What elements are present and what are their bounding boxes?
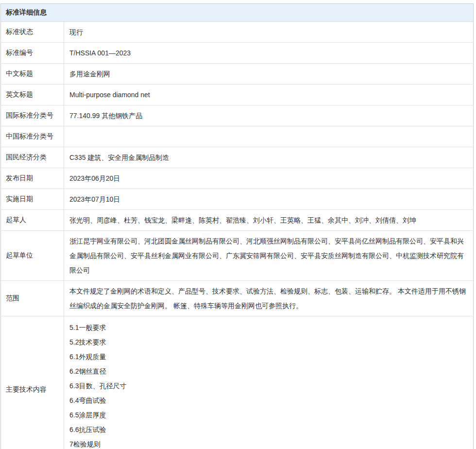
tech-content-line: 6.5涂层厚度: [69, 408, 466, 422]
table-row-publish-date: 发布日期 2023年06月20日: [1, 168, 473, 189]
table-row-main-technical-content: 主要技术内容 5.1一般要求 5.2技术要求 6.1外观质量 6.2钢丝直径 6…: [1, 316, 473, 449]
row-label: 范围: [1, 281, 64, 316]
row-value: T/HSSIA 001—2023: [64, 43, 473, 63]
tech-content-line: 5.1一般要求: [69, 320, 466, 335]
table-row-ccs-number: 中国标准分类号: [1, 126, 473, 147]
row-value: 本文件规定了金刚网的术语和定义、产品型号、技术要求、试验方法、检验规则、标志、包…: [64, 281, 473, 316]
tech-content-line: 6.6抗压试验: [69, 422, 466, 437]
row-label: 标准编号: [1, 43, 64, 63]
tech-content-line: 6.2钢丝直径: [69, 364, 466, 379]
row-label: 中国标准分类号: [1, 126, 64, 147]
row-value: 现行: [64, 22, 473, 42]
table-header: 标准详细信息: [1, 4, 473, 22]
row-label: 国民经济分类: [1, 147, 64, 168]
table-row-ics-number: 国际标准分类号 77.140.99 其他钢铁产品: [1, 105, 473, 126]
table-row-standard-number: 标准编号 T/HSSIA 001—2023: [1, 43, 473, 64]
row-label: 起草人: [1, 210, 64, 230]
row-label: 实施日期: [1, 189, 64, 209]
tech-content-line: 6.3目数、孔径尺寸: [69, 379, 466, 393]
row-value: 浙江昆宇网业有限公司、河北团圆金属丝网制品有限公司、河北顺强丝网制品有限公司、安…: [64, 231, 473, 280]
row-value: C335 建筑、安全用金属制品制造: [64, 147, 473, 168]
table-row-standard-status: 标准状态 现行: [1, 22, 473, 43]
row-label: 发布日期: [1, 168, 64, 189]
tech-content-line: 7检验规则: [69, 437, 466, 449]
page-title: 标准详细信息: [6, 8, 47, 17]
row-value: [64, 126, 473, 147]
table-row-economy-class: 国民经济分类 C335 建筑、安全用金属制品制造: [1, 147, 473, 168]
row-value: Multi-purpose diamond net: [64, 85, 473, 105]
row-value: 5.1一般要求 5.2技术要求 6.1外观质量 6.2钢丝直径 6.3目数、孔径…: [64, 316, 473, 449]
tech-content-line: 6.4弯曲试验: [69, 393, 466, 408]
table-row-drafting-units: 起草单位 浙江昆宇网业有限公司、河北团圆金属丝网制品有限公司、河北顺强丝网制品有…: [1, 231, 473, 281]
tech-content-line: 6.1外观质量: [69, 349, 466, 364]
standard-detail-table: 标准详细信息 标准状态 现行 标准编号 T/HSSIA 001—2023 中文标…: [0, 3, 474, 449]
row-value: 2023年06月20日: [64, 168, 473, 189]
row-label: 国际标准分类号: [1, 105, 64, 126]
table-row-implement-date: 实施日期 2023年07月10日: [1, 189, 473, 210]
table-row-chinese-title: 中文标题 多用途金刚网: [1, 64, 473, 85]
row-label: 起草单位: [1, 231, 64, 280]
table-row-drafters: 起草人 张光明、周彦峰、杜芳、钱宝龙、梁畔逢、陈英村、翟浩臻、刘小轩、王英略、王…: [1, 210, 473, 231]
table-row-english-title: 英文标题 Multi-purpose diamond net: [1, 85, 473, 105]
row-label: 标准状态: [1, 22, 64, 42]
row-value: 张光明、周彦峰、杜芳、钱宝龙、梁畔逢、陈英村、翟浩臻、刘小轩、王英略、王猛、余其…: [64, 210, 473, 230]
row-label: 中文标题: [1, 64, 64, 84]
tech-content-line: 5.2技术要求: [69, 335, 466, 349]
table-row-scope: 范围 本文件规定了金刚网的术语和定义、产品型号、技术要求、试验方法、检验规则、标…: [1, 281, 473, 316]
row-value: 多用途金刚网: [64, 64, 473, 84]
row-label: 主要技术内容: [1, 316, 64, 449]
row-label: 英文标题: [1, 85, 64, 105]
row-value: 77.140.99 其他钢铁产品: [64, 105, 473, 126]
row-value: 2023年07月10日: [64, 189, 473, 209]
